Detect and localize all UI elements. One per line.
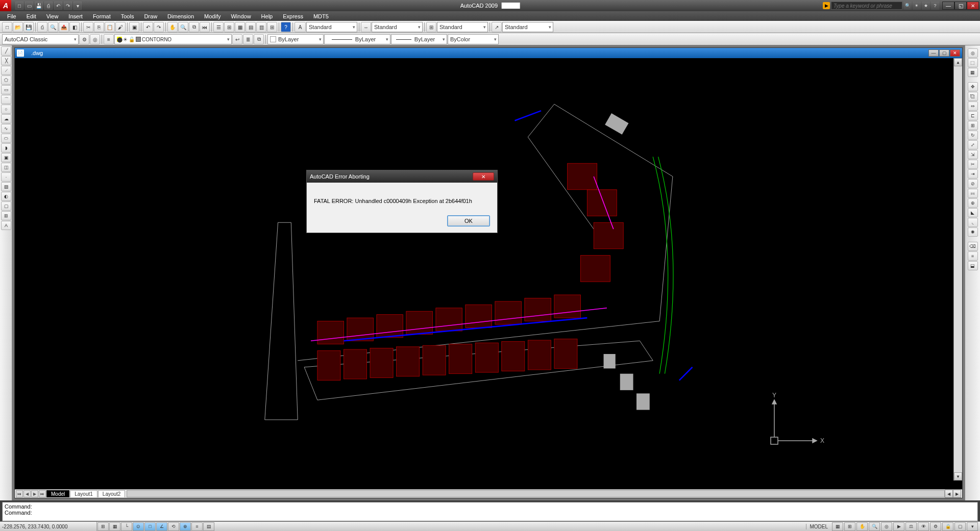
menu-edit[interactable]: Edit bbox=[21, 12, 41, 20]
menu-tools[interactable]: Tools bbox=[116, 12, 139, 20]
infocenter-warn-icon[interactable]: ▶ bbox=[823, 2, 830, 9]
break-at-point-icon[interactable]: ⊘ bbox=[968, 179, 978, 188]
revcloud-icon[interactable]: ☁ bbox=[1, 114, 11, 123]
break-icon[interactable]: ⧦ bbox=[968, 189, 978, 198]
ortho-toggle[interactable]: └ bbox=[121, 522, 132, 531]
search-icon[interactable]: 🔍 bbox=[903, 2, 912, 10]
qat-open-icon[interactable]: ▭ bbox=[25, 2, 33, 10]
qp-toggle[interactable]: ▤ bbox=[203, 522, 214, 531]
nav-wheel-icon[interactable]: ◎ bbox=[968, 48, 978, 58]
menu-express[interactable]: Express bbox=[278, 12, 308, 20]
ok-button[interactable]: OK bbox=[447, 215, 490, 226]
close-button[interactable]: ✕ bbox=[967, 2, 979, 10]
chamfer-icon[interactable]: ◣ bbox=[968, 208, 978, 217]
qat-new-icon[interactable]: □ bbox=[15, 2, 23, 10]
arc-icon[interactable]: ⌒ bbox=[1, 95, 11, 104]
lineweight-combo[interactable]: ByLayer bbox=[391, 34, 447, 44]
otrack-toggle[interactable]: ∠ bbox=[156, 522, 167, 531]
qat-undo-icon[interactable]: ↶ bbox=[54, 2, 62, 10]
pan-status-icon[interactable]: ✋ bbox=[856, 522, 868, 531]
sheet-set-icon[interactable]: ▤ bbox=[246, 22, 256, 32]
scroll-left-icon[interactable]: ◀ bbox=[945, 490, 953, 498]
workspace-combo[interactable]: AutoCAD Classic bbox=[2, 34, 79, 44]
paste-icon[interactable]: 📋 bbox=[105, 22, 115, 32]
plotstyle-combo[interactable]: ByColor bbox=[448, 34, 499, 44]
tab-layout1[interactable]: Layout1 bbox=[70, 490, 97, 497]
spline-icon[interactable]: ∿ bbox=[1, 124, 11, 133]
showmotion-status-icon[interactable]: ▶ bbox=[893, 522, 904, 531]
region-icon[interactable]: ▢ bbox=[1, 201, 11, 211]
steering-wheel-status-icon[interactable]: ◎ bbox=[881, 522, 892, 531]
qat-redo-icon[interactable]: ↷ bbox=[64, 2, 72, 10]
draworder-icon[interactable]: ⬓ bbox=[968, 261, 978, 270]
doc-close-button[interactable]: ✕ bbox=[950, 49, 960, 57]
menu-mdt5[interactable]: MDT5 bbox=[308, 12, 334, 20]
model-space-toggle[interactable]: MODEL bbox=[806, 524, 831, 529]
3ddwf-icon[interactable]: ◧ bbox=[69, 22, 80, 32]
zoom-rt-icon[interactable]: 🔍 bbox=[178, 22, 188, 32]
join-icon[interactable]: ⊕ bbox=[968, 198, 978, 208]
erase-icon[interactable]: ⌫ bbox=[968, 242, 978, 251]
menu-draw[interactable]: Draw bbox=[139, 12, 162, 20]
menu-insert[interactable]: Insert bbox=[63, 12, 88, 20]
block-editor-icon[interactable]: ▣ bbox=[129, 22, 139, 32]
cut-icon[interactable]: ✂ bbox=[83, 22, 93, 32]
rotate-icon[interactable]: ↻ bbox=[968, 131, 978, 140]
markup-set-icon[interactable]: ▥ bbox=[256, 22, 266, 32]
hatch-icon[interactable]: ▨ bbox=[1, 182, 11, 191]
toolbar-lock-icon[interactable]: 🔒 bbox=[942, 522, 953, 531]
tab-layout2[interactable]: Layout2 bbox=[98, 490, 126, 497]
zoom-status-icon[interactable]: 🔍 bbox=[869, 522, 880, 531]
clean-screen-icon[interactable]: ▢ bbox=[954, 522, 966, 531]
mirror-icon[interactable]: ⇔ bbox=[968, 102, 978, 111]
polyline-icon[interactable]: ⟋ bbox=[1, 66, 11, 75]
qat-print-icon[interactable]: ⎙ bbox=[44, 2, 53, 10]
properties-icon[interactable]: ☰ bbox=[213, 22, 224, 32]
mleader-style-combo[interactable]: Standard bbox=[502, 22, 553, 32]
construction-line-icon[interactable]: ╳ bbox=[1, 56, 11, 65]
menu-dimension[interactable]: Dimension bbox=[162, 12, 199, 20]
doc-title-bar[interactable]: 📄 .dwg — ▢ ✕ bbox=[15, 48, 962, 58]
scroll-up-icon[interactable]: ▲ bbox=[954, 58, 962, 66]
table-style-combo[interactable]: Standard bbox=[437, 22, 488, 32]
make-block-icon[interactable]: ◫ bbox=[1, 163, 11, 172]
scroll-down-icon[interactable]: ▼ bbox=[954, 472, 962, 481]
menu-view[interactable]: View bbox=[41, 12, 64, 20]
table-style-icon[interactable]: ⊞ bbox=[426, 22, 436, 32]
mtext-icon[interactable]: A bbox=[1, 221, 11, 230]
text-style-combo[interactable]: Standard bbox=[306, 22, 357, 32]
dialog-close-button[interactable]: ✕ bbox=[473, 172, 494, 181]
doc-minimize-button[interactable]: — bbox=[928, 49, 939, 57]
mleader-style-icon[interactable]: ↗ bbox=[492, 22, 502, 32]
my-workspace-icon[interactable]: ◎ bbox=[90, 34, 100, 44]
dim-style-combo[interactable]: Standard bbox=[372, 22, 423, 32]
redo-icon[interactable]: ↷ bbox=[154, 22, 164, 32]
layer-previous-icon[interactable]: ↩ bbox=[232, 34, 242, 44]
fillet-icon[interactable]: ◟ bbox=[968, 218, 978, 227]
undo-icon[interactable]: ↶ bbox=[143, 22, 153, 32]
polar-toggle[interactable]: ⊙ bbox=[133, 522, 144, 531]
match-props-icon[interactable]: 🖌 bbox=[115, 22, 126, 32]
quickcalc-icon[interactable]: ⊞ bbox=[267, 22, 277, 32]
tab-last-icon[interactable]: ⏭ bbox=[39, 490, 46, 497]
zoom-previous-icon[interactable]: ⏮ bbox=[200, 22, 210, 32]
vertical-scrollbar[interactable]: ▲ ▼ bbox=[953, 58, 962, 481]
plot-icon[interactable]: ⎙ bbox=[37, 22, 47, 32]
point-icon[interactable]: · bbox=[1, 172, 11, 182]
help-icon[interactable]: ? bbox=[931, 2, 939, 10]
polygon-icon[interactable]: ⬠ bbox=[1, 75, 11, 85]
gradient-icon[interactable]: ◐ bbox=[1, 192, 11, 201]
zoom-window-icon[interactable]: ⧉ bbox=[189, 22, 199, 32]
table-icon[interactable]: ⊞ bbox=[1, 211, 11, 220]
help-button-icon[interactable]: ? bbox=[281, 22, 291, 32]
app-icon[interactable]: A bbox=[0, 0, 11, 11]
osnap-toggle[interactable]: □ bbox=[144, 522, 156, 531]
copy-obj-icon[interactable]: ⿻ bbox=[968, 92, 978, 101]
menu-help[interactable]: Help bbox=[256, 12, 278, 20]
infocenter-search-input[interactable] bbox=[831, 2, 902, 10]
horizontal-scrollbar[interactable] bbox=[127, 490, 945, 497]
snap-toggle[interactable]: ⊞ bbox=[97, 522, 109, 531]
qat-save-icon[interactable]: 💾 bbox=[35, 2, 43, 10]
qat-more-icon[interactable]: ▾ bbox=[74, 2, 82, 10]
scale-icon[interactable]: ⤢ bbox=[968, 140, 978, 149]
